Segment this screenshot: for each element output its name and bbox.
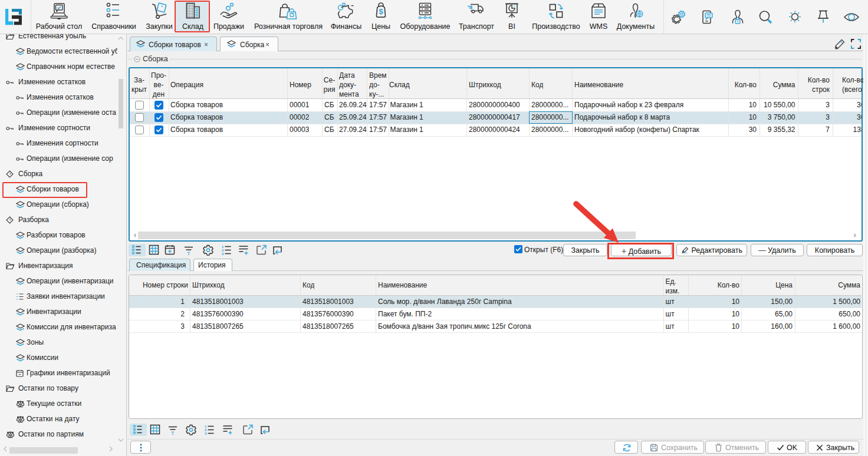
svg-text:3: 3 xyxy=(222,252,224,256)
svg-text:$: $ xyxy=(379,7,383,16)
svg-text:3: 3 xyxy=(205,432,207,435)
